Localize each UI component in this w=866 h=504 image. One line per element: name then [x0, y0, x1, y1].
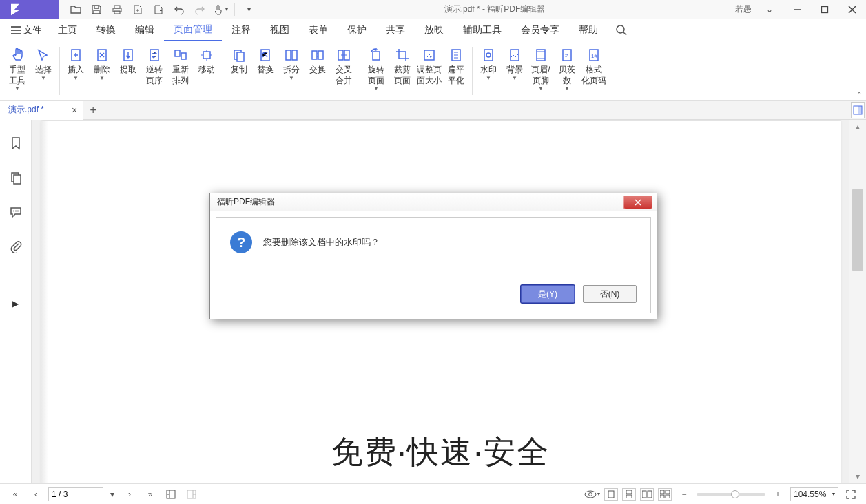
touch-mode-icon[interactable]: ▾ — [211, 1, 230, 18]
page-dropdown-icon[interactable]: ▾ — [107, 486, 117, 503]
split-icon — [283, 47, 300, 63]
scroll-up-icon[interactable]: ▴ — [849, 120, 866, 134]
ribbon-label: 替换 — [257, 65, 274, 76]
file-from-icon[interactable] — [128, 1, 147, 18]
ribbon-reverse[interactable]: 逆转 页序 — [141, 44, 167, 87]
zoom-slider[interactable] — [697, 493, 765, 496]
dialog-yes-button[interactable]: 是(Y) — [521, 285, 575, 303]
reflow-b-icon[interactable] — [183, 486, 200, 503]
svg-rect-20 — [318, 51, 323, 59]
svg-rect-11 — [175, 50, 180, 56]
menu-form[interactable]: 表单 — [299, 19, 338, 41]
ribbon-replace[interactable]: 替换 — [252, 44, 278, 77]
close-tab-icon[interactable]: × — [72, 105, 77, 116]
menu-view[interactable]: 视图 — [260, 19, 299, 41]
menu-share[interactable]: 共享 — [376, 19, 415, 41]
search-icon[interactable] — [612, 21, 631, 40]
ribbon-xmerge[interactable]: 交叉 合并 — [331, 44, 357, 87]
user-dropdown-icon[interactable]: ⌄ — [756, 0, 783, 19]
ribbon-fmtpage[interactable]: 1#格式 化页码 — [580, 44, 608, 87]
menu-convert[interactable]: 转换 — [87, 19, 125, 41]
ribbon-crop[interactable]: 裁剪 页面 — [389, 44, 415, 87]
headerfooter-icon — [533, 47, 549, 63]
svg-rect-10 — [150, 50, 158, 61]
document-tab[interactable]: 演示.pdf * × — [0, 101, 83, 120]
first-page-icon[interactable]: « — [7, 486, 23, 503]
ribbon-select[interactable]: 选择▼ — [30, 44, 56, 83]
ribbon-move[interactable]: 移动 — [194, 44, 220, 77]
ribbon-watermark[interactable]: 水印▼ — [475, 44, 502, 83]
menu-play[interactable]: 放映 — [415, 19, 453, 41]
ribbon-bates[interactable]: #贝茨 数▼ — [554, 44, 580, 93]
undo-icon[interactable] — [169, 1, 189, 18]
facing-icon[interactable] — [640, 488, 654, 501]
ribbon-extract[interactable]: 提取 — [115, 44, 141, 77]
properties-panel-toggle[interactable] — [851, 102, 865, 118]
scroll-down-icon[interactable]: ▾ — [849, 470, 866, 483]
save-icon[interactable] — [87, 1, 106, 18]
menu-help[interactable]: 帮助 — [569, 19, 608, 41]
svg-rect-21 — [338, 50, 343, 60]
maximize-button[interactable] — [811, 0, 838, 19]
comments-icon[interactable] — [6, 202, 25, 222]
add-tab-button[interactable]: + — [83, 101, 103, 120]
svg-rect-4 — [822, 6, 828, 12]
open-icon[interactable] — [66, 1, 85, 18]
file-blank-icon[interactable] — [149, 1, 168, 18]
page-number-input[interactable] — [48, 487, 103, 501]
ribbon-label: 贝茨 数 — [559, 65, 575, 86]
ribbon-rearr[interactable]: 重新 排列 — [167, 44, 194, 87]
svg-rect-51 — [648, 491, 652, 498]
continuous-icon[interactable] — [622, 488, 636, 501]
minimize-button[interactable] — [783, 0, 811, 19]
menu-annotate[interactable]: 注释 — [222, 19, 260, 41]
menu-home[interactable]: 主页 — [48, 19, 87, 41]
customize-qa-icon[interactable]: ▾ — [239, 1, 258, 18]
ribbon-hand[interactable]: 手型 工具▼ — [4, 44, 30, 93]
prev-page-icon[interactable]: ‹ — [28, 486, 44, 503]
redo-icon[interactable] — [190, 1, 209, 18]
close-button[interactable] — [838, 0, 866, 19]
zoom-in-icon[interactable]: + — [770, 486, 786, 503]
menu-pagemgmt[interactable]: 页面管理 — [164, 19, 222, 41]
fullscreen-icon[interactable] — [843, 486, 859, 503]
dialog-title-bar[interactable]: 福昕PDF编辑器 — [210, 193, 657, 211]
menu-edit[interactable]: 编辑 — [125, 19, 164, 41]
ribbon-insert[interactable]: 插入▼ — [63, 44, 89, 83]
continuous-facing-icon[interactable] — [658, 488, 672, 501]
ribbon-flatten[interactable]: 扁平 平化 — [443, 44, 469, 87]
ribbon-resize[interactable]: 调整页 面大小 — [415, 44, 443, 87]
print-icon[interactable] — [107, 1, 127, 18]
vertical-scrollbar[interactable]: ▴ ▾ — [849, 120, 866, 483]
collapse-ribbon-icon[interactable]: ⌃ — [856, 91, 862, 98]
expand-panel-icon[interactable]: ▶ — [12, 299, 19, 308]
next-page-icon[interactable]: › — [121, 486, 138, 503]
ribbon-delete[interactable]: 删除▼ — [89, 44, 115, 83]
menu-member[interactable]: 会员专享 — [511, 19, 569, 41]
ribbon-copy[interactable]: 复制 — [226, 44, 252, 77]
user-name[interactable]: 若愚 — [731, 3, 756, 15]
svg-point-41 — [15, 211, 17, 212]
scroll-thumb[interactable] — [852, 189, 863, 271]
attachments-icon[interactable] — [6, 237, 25, 256]
last-page-icon[interactable]: » — [142, 486, 158, 503]
ribbon-swap[interactable]: 交换 — [305, 44, 331, 77]
file-menu[interactable]: 文件 — [4, 21, 48, 39]
zoom-out-icon[interactable]: − — [676, 486, 692, 503]
dialog-no-button[interactable]: 否(N) — [583, 285, 637, 303]
question-icon: ? — [230, 231, 252, 253]
reflow-a-icon[interactable] — [163, 486, 179, 503]
ribbon-headerfooter[interactable]: 页眉/ 页脚▼ — [528, 44, 554, 93]
bookmark-icon[interactable] — [6, 134, 25, 153]
ribbon-rotate[interactable]: 旋转 页面▼ — [363, 44, 389, 93]
read-mode-icon[interactable]: ▾ — [584, 486, 600, 503]
menu-protect[interactable]: 保护 — [338, 19, 376, 41]
menu-bar: 文件 主页转换编辑页面管理注释视图表单保护共享放映辅助工具会员专享帮助 — [0, 19, 866, 41]
pages-icon[interactable] — [6, 168, 25, 187]
dialog-close-button[interactable] — [623, 196, 652, 209]
zoom-level-input[interactable]: 104.55%▾ — [790, 487, 838, 501]
single-page-icon[interactable] — [604, 488, 618, 501]
ribbon-background[interactable]: 背景▼ — [502, 44, 528, 83]
ribbon-split[interactable]: 拆分▼ — [278, 44, 305, 83]
menu-assist[interactable]: 辅助工具 — [453, 19, 511, 41]
